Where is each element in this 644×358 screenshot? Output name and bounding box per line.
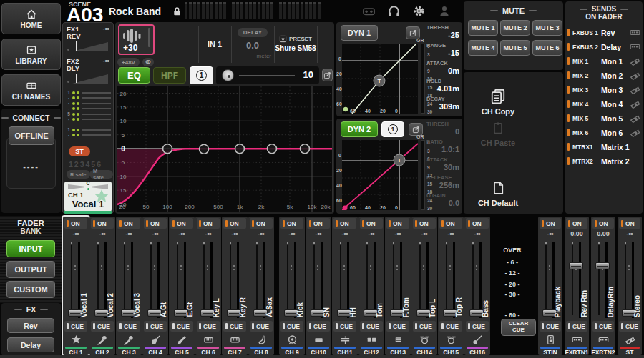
channel-on-button[interactable]: ON	[250, 218, 273, 229]
channel-cue-button[interactable]: CUE	[619, 321, 640, 332]
st-assign-badge[interactable]: ST	[69, 146, 90, 156]
fader-bank-custom-button[interactable]: CUSTOM	[6, 281, 55, 298]
mute-button-4[interactable]: MUTE 4	[468, 40, 498, 56]
fader-cap[interactable]	[569, 262, 583, 269]
channel-name-block[interactable]: C CH 1 Vocal 1	[64, 182, 112, 212]
channel-cue-button[interactable]: CUE	[592, 321, 614, 332]
send-on-fader-row[interactable]: FXBUS 1Rev	[567, 26, 640, 39]
channel-on-button[interactable]: ON	[592, 218, 614, 229]
fader-strip-ch6[interactable]: ON-∞Key LCUECH 6	[195, 217, 221, 355]
fader-strip-ch11[interactable]: ON-∞HHCUECH11	[332, 217, 358, 355]
fader-strip-ch13[interactable]: ON-∞F.TomCUECH13	[385, 217, 411, 355]
phase-button[interactable]: Φ	[142, 58, 154, 66]
fader-strip-ch3[interactable]: ON-∞Vocal 3CUECH 3	[116, 217, 142, 355]
channel-on-button[interactable]: ON	[117, 218, 140, 229]
channel-on-button[interactable]: ON	[91, 218, 114, 229]
channel-on-button[interactable]: ON	[540, 218, 561, 229]
send-level-bar[interactable]	[82, 134, 111, 136]
dyn2-threshold-handle[interactable]: T	[398, 157, 401, 164]
home-button[interactable]: HOME	[1, 3, 61, 34]
channel-cue-button[interactable]: CUE	[566, 321, 587, 332]
channel-on-button[interactable]: ON	[386, 218, 409, 229]
fader-strip-ch2[interactable]: ON-∞Vocal 2CUECH 2	[89, 217, 115, 355]
channel-cue-button[interactable]: CUE	[250, 321, 273, 332]
fader-strip-fxrtn1[interactable]: ON0.00Rev RtnCUEFXRTN1	[565, 217, 589, 355]
channel-on-button[interactable]: ON	[144, 218, 167, 229]
fader-cap[interactable]	[595, 262, 610, 269]
dyn1-graph[interactable]: T 6040200	[342, 44, 418, 114]
fader-bank-input-button[interactable]: INPUT	[6, 240, 55, 257]
channel-on-button[interactable]: ON	[64, 218, 87, 229]
send-on-fader-row[interactable]: FXBUS 2Delay	[567, 40, 640, 54]
fader-strip-ch16[interactable]: ON-∞BassCUECH16	[464, 217, 490, 355]
dyn1-threshold-handle[interactable]: T	[378, 78, 381, 84]
slider-track[interactable]	[239, 75, 295, 76]
fader-strip-ch5[interactable]: ON-∞E.GtCUECH 5	[169, 217, 195, 355]
channel-on-button[interactable]: ON	[307, 218, 330, 229]
channel-on-button[interactable]: ON	[466, 218, 489, 229]
clear-cue-button[interactable]: CLEARCUE	[501, 319, 536, 336]
channel-cue-button[interactable]: CUE	[170, 321, 193, 332]
channel-on-button[interactable]: ON	[197, 218, 220, 229]
gain-box[interactable]: +30	[118, 24, 155, 55]
channel-cue-button[interactable]: CUE	[64, 321, 87, 332]
send-on-fader-row[interactable]: MIX 6Mon 6	[567, 126, 640, 139]
mute-button-1[interactable]: MUTE 1	[468, 20, 498, 36]
channel-on-button[interactable]: ON	[360, 218, 383, 229]
channel-on-button[interactable]: ON	[619, 218, 640, 229]
send-level-bar[interactable]	[82, 97, 111, 99]
send-on-fader-row[interactable]: MTRX2Matrix 2	[567, 154, 640, 168]
send-level-bar[interactable]	[82, 129, 111, 131]
channel-on-button[interactable]: ON	[566, 218, 587, 229]
send-on-fader-row[interactable]: MTRX1Matrix 1	[567, 140, 640, 154]
fx2-send-wedge[interactable]	[72, 74, 108, 84]
offline-button[interactable]: OFFLINE	[9, 126, 54, 145]
eq-expand-button[interactable]	[322, 69, 333, 81]
scene-section[interactable]: SCENE A03 Rock Band	[66, 0, 184, 21]
channel-cue-button[interactable]: CUE	[280, 321, 303, 332]
channel-cue-button[interactable]: CUE	[360, 321, 383, 332]
mute-button-6[interactable]: MUTE 6	[532, 40, 562, 56]
send-level-bar[interactable]	[82, 92, 111, 94]
channel-on-button[interactable]: ON	[439, 218, 462, 229]
channel-on-button[interactable]: ON	[170, 218, 193, 229]
fader-strip-ch12[interactable]: ON-∞TomCUECH12	[358, 217, 384, 355]
fx-delay-button[interactable]: Delay	[7, 337, 54, 352]
fader-strip-ch14[interactable]: ON-∞Top LCUECH14	[411, 217, 437, 355]
send-level-bar[interactable]	[82, 103, 111, 104]
preset-row[interactable]: PRESET	[274, 35, 317, 43]
send-level-bar[interactable]	[82, 108, 111, 109]
dyn2-graph[interactable]: T 6040200	[342, 140, 418, 210]
dyn2-touch-button[interactable]: 1	[381, 121, 404, 137]
recorder-icon[interactable]	[361, 5, 376, 18]
send-on-fader-row[interactable]: MIX 5Mon 5	[567, 111, 640, 125]
channel-cue-button[interactable]: CUE	[466, 321, 489, 332]
send-on-fader-row[interactable]: MIX 4Mon 4	[567, 97, 640, 111]
mute-button-2[interactable]: MUTE 2	[500, 20, 530, 36]
channel-cue-button[interactable]: CUE	[540, 321, 561, 332]
eq-touch-button[interactable]: 1	[190, 66, 213, 84]
channel-cue-button[interactable]: CUE	[91, 321, 114, 332]
channel-cue-button[interactable]: CUE	[117, 321, 140, 332]
fader-strip-ch8[interactable]: ON-∞A.SaxCUECH 8	[248, 217, 274, 355]
ch-default-button[interactable]: CH Default	[464, 181, 532, 207]
channel-cue-button[interactable]: CUE	[223, 321, 246, 332]
fx1-send-wedge[interactable]	[72, 42, 108, 51]
fader-bank-output-button[interactable]: OUTPUT	[6, 261, 55, 278]
delay-badge[interactable]: DELAY	[238, 28, 268, 37]
channel-cue-button[interactable]: CUE	[386, 321, 409, 332]
slider-knob[interactable]	[222, 69, 234, 81]
hpf-button[interactable]: HPF	[153, 67, 186, 84]
fader-strip-stin[interactable]: ON-∞PlaybackCUESTIN	[538, 217, 562, 355]
fader-strip-fxrtn2[interactable]: ON0.00DelayRtnCUEFXRTN2	[591, 217, 615, 355]
channel-on-button[interactable]: ON	[333, 218, 356, 229]
fader-strip-ch9[interactable]: ON-∞KickCUECH 9	[279, 217, 305, 355]
ch-paste-button[interactable]: CH Paste	[464, 121, 532, 147]
input-patch[interactable]: IN 1	[198, 40, 231, 49]
fx-rev-button[interactable]: Rev	[7, 318, 54, 333]
ch-copy-button[interactable]: CH Copy	[464, 88, 532, 116]
send-on-fader-row[interactable]: MIX 1Mon 1	[567, 54, 640, 68]
channel-cue-button[interactable]: CUE	[439, 321, 462, 332]
headphones-icon[interactable]	[387, 4, 401, 18]
eq-button[interactable]: EQ	[118, 67, 150, 84]
